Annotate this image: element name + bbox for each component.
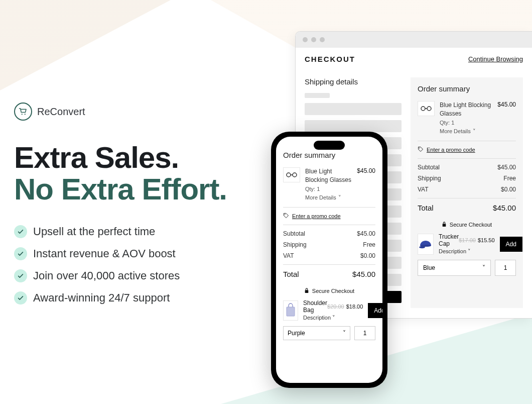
chevron-down-icon: ˅ (473, 128, 476, 135)
upsell-card: Trucker Cap $17.00$15.50 Description˅ Ad… (418, 233, 516, 255)
phone-mock: Order summary Blue Light Blocking Glasse… (271, 132, 387, 388)
order-summary-title: Order summary (418, 84, 516, 93)
order-summary: Order summary Blue Light Blocking Glasse… (411, 77, 523, 308)
brand: ReConvert (14, 103, 255, 121)
total-label: Total (418, 204, 434, 212)
headline-line-1: Extra Sales. (14, 142, 255, 173)
headline-line-2: No Extra Effort. (14, 173, 255, 205)
total-value: $45.00 (352, 270, 375, 278)
vat-value: $0.00 (360, 252, 375, 259)
svg-rect-11 (305, 290, 308, 293)
secure-checkout: Secure Checkout (418, 221, 516, 228)
divider (418, 141, 516, 141)
vat-label: VAT (418, 186, 429, 193)
phone-screen: Order summary Blue Light Blocking Glasse… (276, 137, 382, 383)
order-summary-title: Order summary (283, 151, 375, 159)
shipping-label: Shipping (283, 241, 307, 248)
chevron-down-icon: ˅ (468, 248, 471, 255)
qty-input[interactable]: 1 (495, 260, 516, 276)
window-dot (311, 37, 316, 42)
glasses-icon (283, 167, 300, 182)
upsell-old-price: $17.00 (459, 237, 476, 243)
promo-link[interactable]: Enter a promo code (292, 213, 341, 219)
brand-name: ReConvert (37, 106, 85, 118)
subtotal-value: $45.00 (497, 164, 516, 171)
order-item-price: $45.00 (497, 101, 516, 136)
bg-decoration (0, 0, 171, 90)
window-dot (320, 37, 325, 42)
bullet-item: Award-winning 24/7 support (14, 291, 255, 305)
add-button[interactable]: Add (368, 303, 382, 318)
add-button[interactable]: Add (500, 237, 522, 252)
divider (418, 198, 516, 198)
upsell-widget: Secure Checkout Trucker Cap $17.00$15.50… (418, 221, 516, 276)
upsell-product-name: Trucker Cap (439, 233, 459, 247)
svg-rect-12 (287, 307, 295, 316)
svg-point-4 (419, 148, 420, 149)
secure-label: Secure Checkout (312, 288, 354, 294)
order-item-price: $45.00 (357, 167, 375, 202)
svg-point-7 (419, 246, 425, 248)
lock-icon (304, 287, 309, 294)
form-placeholder (305, 120, 402, 132)
svg-point-0 (22, 114, 23, 115)
chevron-down-icon: ˅ (332, 315, 335, 321)
form-placeholder (305, 93, 330, 98)
more-details-toggle[interactable]: More Details ˅ (305, 194, 341, 201)
shipping-value: Free (363, 241, 375, 248)
promo-code-row[interactable]: Enter a promo code (283, 213, 375, 220)
svg-point-1 (25, 114, 26, 115)
window-dot (303, 37, 308, 42)
chevron-down-icon: ˅ (482, 264, 485, 271)
phone-notch (314, 141, 345, 150)
secure-checkout: Secure Checkout (283, 287, 375, 294)
bullet-item: Join over 40,000 active stores (14, 269, 255, 282)
vat-label: VAT (283, 252, 294, 259)
total-label: Total (283, 270, 299, 278)
chevron-down-icon: ˅ (343, 330, 346, 337)
upsell-card: Shoulder Bag $20.00$18.00 Description˅ A… (283, 299, 375, 322)
checkout-header: CHECKOUT Continue Browsing (305, 55, 523, 63)
upsell-old-price: $20.00 (327, 304, 344, 310)
svg-point-3 (427, 107, 431, 111)
headline: Extra Sales. No Extra Effort. (14, 142, 255, 205)
subtotal-label: Subtotal (418, 164, 440, 171)
tag-icon (283, 213, 289, 220)
check-icon (14, 225, 27, 238)
continue-browsing-link[interactable]: Continue Browsing (468, 55, 523, 63)
bullet-text: Instant revenue & AOV boost (33, 247, 176, 260)
bag-icon (283, 300, 298, 321)
divider (418, 158, 516, 159)
subtotal-value: $45.00 (357, 230, 375, 237)
description-toggle[interactable]: Description˅ (439, 248, 471, 255)
upsell-new-price: $18.00 (346, 304, 363, 310)
order-item-qty: Qty: 1 (305, 185, 352, 193)
qty-input[interactable]: 1 (354, 326, 375, 340)
brand-logo-icon (14, 103, 32, 121)
chevron-down-icon: ˅ (338, 194, 341, 201)
check-icon (14, 291, 27, 305)
feature-bullets: Upsell at the perfect time Instant reven… (14, 225, 255, 305)
variant-select[interactable]: Blue˅ (418, 260, 491, 276)
order-item-name: Blue Light Blocking Glasses (440, 101, 492, 118)
shipping-title: Shipping details (305, 77, 402, 86)
bullet-text: Join over 40,000 active stores (33, 269, 180, 282)
order-item: Blue Light Blocking Glasses Qty: 1 More … (418, 101, 516, 136)
order-item-name: Blue Light Blocking Glasses (305, 167, 352, 184)
bullet-text: Award-winning 24/7 support (33, 291, 170, 305)
svg-rect-5 (442, 224, 446, 227)
description-toggle[interactable]: Description˅ (303, 315, 335, 321)
promo-link[interactable]: Enter a promo code (427, 147, 475, 153)
bullet-item: Instant revenue & AOV boost (14, 247, 255, 260)
checkout-title: CHECKOUT (305, 55, 355, 63)
promo-code-row[interactable]: Enter a promo code (418, 146, 516, 153)
vat-value: $0.00 (501, 186, 516, 193)
shipping-label: Shipping (418, 175, 441, 182)
check-icon (14, 247, 27, 260)
marketing-copy: ReConvert Extra Sales. No Extra Effort. … (14, 103, 255, 314)
svg-point-10 (285, 214, 286, 215)
secure-label: Secure Checkout (450, 222, 492, 228)
tag-icon (418, 146, 424, 153)
variant-select[interactable]: Purple˅ (283, 326, 350, 340)
more-details-toggle[interactable]: More Details ˅ (440, 128, 476, 135)
